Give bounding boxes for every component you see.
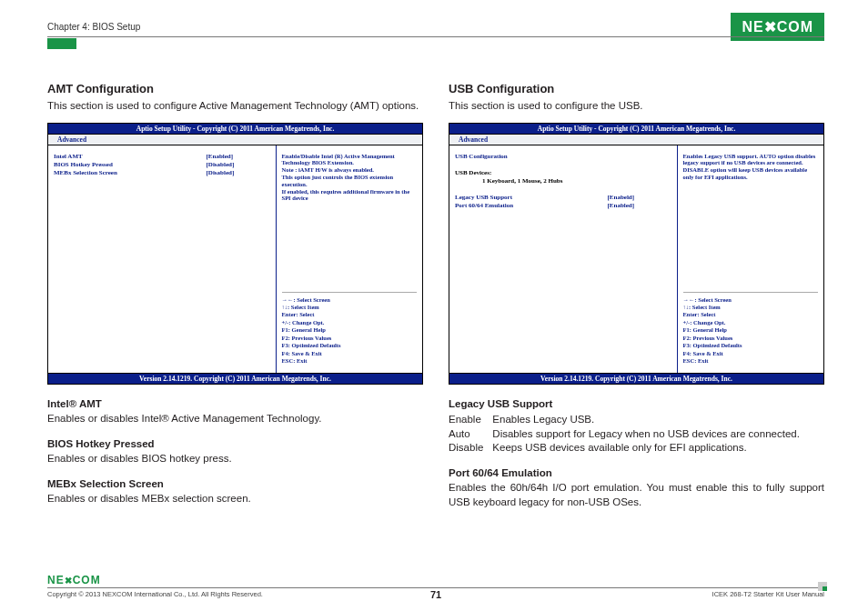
bios-tabs: Advanced [48, 134, 422, 145]
legacy-usb-table: EnableEnables Legacy USB. AutoDisables s… [449, 413, 809, 456]
bios-row [455, 185, 671, 193]
bios-screenshot-usb: Aptio Setup Utility - Copyright (C) 2011… [449, 123, 824, 385]
chapter-label: Chapter 4: BIOS Setup [47, 22, 140, 32]
def-text: Enables or disables MEBx selection scree… [47, 492, 423, 506]
bios-key-help: →←: Select Screen ↑↓: Select Item Enter:… [683, 292, 818, 366]
definitions-amt: Intel® AMT Enables or disables Intel® Ac… [47, 397, 423, 506]
header-green-tab [47, 38, 76, 49]
header-rule [47, 36, 824, 37]
bios-row: 1 Keyboard, 1 Mouse, 2 Hubs [455, 177, 671, 185]
bios-row: Port 60/64 Emulation[Enabled] [455, 202, 671, 209]
bios-bottombar: Version 2.14.1219. Copyright (C) 2011 Am… [48, 373, 422, 384]
def-heading: Intel® AMT [47, 397, 423, 412]
bios-topbar: Aptio Setup Utility - Copyright (C) 2011… [449, 124, 823, 134]
def-heading: Legacy USB Support [449, 397, 824, 412]
bios-body: USB Configuration USB Devices: 1 Keyboar… [449, 145, 823, 373]
bios-row: USB Configuration [455, 153, 671, 160]
bios-row: Intel AMT[Enabled] [54, 153, 270, 160]
footer-page-number: 71 [47, 589, 824, 600]
footer-logo: NE✖COM [47, 574, 824, 587]
section-intro-usb: This section is used to configure the US… [449, 99, 824, 114]
section-title-usb: USB Configuration [449, 82, 824, 95]
bios-row [455, 161, 671, 168]
bios-tab-advanced: Advanced [54, 135, 90, 145]
bios-right-pane: Enable/Disable Intel (R) Active Manageme… [277, 145, 422, 373]
def-heading: Port 60/64 Emulation [449, 466, 824, 481]
bios-bottombar: Version 2.14.1219. Copyright (C) 2011 Am… [449, 373, 823, 384]
left-column: AMT Configuration This section is used t… [47, 82, 423, 509]
bios-screenshot-amt: Aptio Setup Utility - Copyright (C) 2011… [47, 123, 423, 385]
bios-body: Intel AMT[Enabled] BIOS Hotkey Pressed[D… [48, 145, 422, 373]
bios-help-text: Enable/Disable Intel (R) Active Manageme… [282, 153, 417, 203]
right-column: USB Configuration This section is used t… [449, 82, 824, 509]
bios-right-pane: Enables Legacy USB support. AUTO option … [678, 145, 823, 373]
bios-left-pane: USB Configuration USB Devices: 1 Keyboar… [449, 145, 678, 373]
bios-row: MEBx Selection Screen[Disabled] [54, 169, 270, 176]
bios-row: USB Devices: [455, 169, 671, 176]
bios-tabs: Advanced [449, 134, 823, 145]
content-columns: AMT Configuration This section is used t… [47, 82, 824, 509]
def-text: Enables or disables Intel® Active Manage… [47, 412, 423, 426]
bios-tab-advanced: Advanced [455, 135, 491, 145]
def-heading: MEBx Selection Screen [47, 477, 423, 492]
definitions-usb: Legacy USB Support EnableEnables Legacy … [449, 397, 824, 510]
bios-row: Legacy USB Support[Enabeld] [455, 194, 671, 201]
page-footer: NE✖COM Copyright © 2013 NEXCOM Internati… [47, 574, 824, 598]
bios-key-help: →←: Select Screen ↑↓: Select Item Enter:… [282, 292, 417, 366]
section-intro-amt: This section is used to configure Active… [47, 99, 423, 114]
bios-left-pane: Intel AMT[Enabled] BIOS Hotkey Pressed[D… [48, 145, 277, 373]
bios-row: BIOS Hotkey Pressed[Disabled] [54, 161, 270, 168]
def-heading: BIOS Hotkey Pressed [47, 437, 423, 452]
section-title-amt: AMT Configuration [47, 82, 423, 95]
bios-topbar: Aptio Setup Utility - Copyright (C) 2011… [48, 124, 422, 134]
footer-square-icon [818, 582, 827, 591]
def-text: Enables the 60h/64h I/O port emulation. … [449, 481, 824, 509]
bios-help-text: Enables Legacy USB support. AUTO option … [683, 153, 818, 181]
def-text: Enables or disables BIOS hotkey press. [47, 452, 423, 466]
